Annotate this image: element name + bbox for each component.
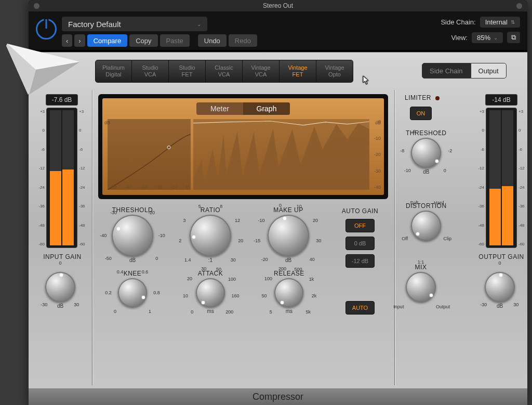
output-meter: -14 dB +30-6-12-24-36-48-60 +30-6-12-24-… bbox=[477, 94, 525, 248]
release-auto-button[interactable]: AUTO bbox=[345, 301, 375, 315]
pointer-overlay-icon bbox=[0, 38, 83, 98]
autogain-label: AUTO GAIN bbox=[339, 207, 381, 215]
limiter-threshold-knob[interactable]: THRESHOLD -10 -8 -6 -4 -2 0 dB bbox=[406, 129, 447, 175]
input-level-meter: +30-6-12-24-36-48-60 +30-6-12-24-36-48-6… bbox=[46, 108, 77, 248]
input-meter: -7.6 dB +30-6-12-24-36-48-60 +30-6-12-24… bbox=[38, 94, 86, 248]
input-gain-knob[interactable]: . -30030 dB bbox=[45, 264, 75, 309]
attack-knob[interactable]: ATTACK 0 10 20 30 50 100 160 200 ms bbox=[196, 270, 225, 314]
input-gain-label: INPUT GAIN bbox=[40, 253, 85, 260]
output-gain-knob[interactable]: . -30030 dB bbox=[485, 264, 515, 309]
chevron-down-icon: ⌄ bbox=[494, 35, 498, 41]
limiter-on-button[interactable]: ON bbox=[410, 107, 432, 120]
sidechain-value: Internal bbox=[485, 18, 508, 26]
sidechain-select[interactable]: Internal ⇅ bbox=[480, 17, 520, 28]
link-icon: ⧉ bbox=[511, 33, 516, 42]
mix-knob[interactable]: MIX Input 1:1 Output bbox=[406, 264, 436, 302]
tab-studio-vca[interactable]: StudioVCA bbox=[132, 60, 169, 83]
preset-select[interactable]: Factory Default ⌄ bbox=[62, 17, 207, 31]
window-title: Stereo Out bbox=[263, 2, 293, 9]
paste-button[interactable]: Paste bbox=[160, 34, 190, 47]
tab-vintage-opto[interactable]: VintageOpto bbox=[316, 60, 353, 83]
display-tab-graph[interactable]: Graph bbox=[243, 102, 290, 115]
limiter-label: LIMITER bbox=[405, 94, 440, 101]
mouse-cursor-icon bbox=[363, 75, 370, 85]
release-knob[interactable]: RELEASE 5 50 100 200 500 1k 2k 5k ms bbox=[274, 270, 304, 314]
view-label: View: bbox=[451, 34, 468, 42]
tab-sidechain[interactable]: Side Chain bbox=[422, 63, 471, 79]
output-gain-label: OUTPUT GAIN bbox=[476, 253, 526, 260]
transfer-curve: -50-40-30-20-100 bbox=[108, 119, 191, 190]
redo-button[interactable]: Redo bbox=[229, 34, 257, 47]
plugin-name-footer: Compressor bbox=[29, 388, 527, 405]
ratio-knob[interactable]: RATIO 1.4 2 3 5 8 12 20 30 :1 bbox=[190, 206, 231, 263]
dot-r bbox=[516, 3, 522, 9]
chevron-down-icon: ⌄ bbox=[197, 21, 201, 27]
divider bbox=[394, 90, 395, 385]
preset-label: Factory Default bbox=[68, 20, 121, 29]
display-tab-meter[interactable]: Meter bbox=[196, 102, 243, 115]
threshold-knob[interactable]: THRESHOLD -50 -40 -30 -20 -10 0 dB bbox=[112, 206, 153, 263]
autogain-off-button[interactable]: OFF bbox=[345, 219, 375, 232]
knee-knob[interactable]: KNEE 0 0.2 0.4 0.6 0.8 1 bbox=[118, 270, 147, 307]
power-button[interactable] bbox=[36, 19, 57, 40]
compare-button[interactable]: Compare bbox=[87, 34, 127, 47]
divider bbox=[92, 90, 92, 385]
tab-vintage-fet[interactable]: VintageFET bbox=[280, 60, 316, 83]
output-level-meter: +30-6-12-24-36-48-60 +30-6-12-24-36-48-6… bbox=[486, 108, 517, 248]
view-zoom-select[interactable]: 85% ⌄ bbox=[472, 32, 503, 43]
distortion-knob[interactable]: DISTORTION Off Soft Hard Clip bbox=[406, 202, 447, 241]
close-dot[interactable] bbox=[34, 3, 39, 9]
gain-reduction-history bbox=[193, 119, 369, 190]
plugin-panel: PlatinumDigital StudioVCA StudioFET Clas… bbox=[29, 52, 527, 405]
updown-icon: ⇅ bbox=[511, 19, 515, 25]
copy-button[interactable]: Copy bbox=[129, 34, 157, 47]
sidechain-label: Side Chain: bbox=[441, 18, 475, 26]
link-button[interactable]: ⧉ bbox=[507, 32, 520, 43]
tab-studio-fet[interactable]: StudioFET bbox=[169, 60, 206, 83]
plugin-window: Stereo Out Factory Default ⌄ ‹ › Compare… bbox=[29, 0, 527, 405]
panel-tab-switch: Side Chain Output bbox=[422, 63, 507, 79]
compressor-display: Meter Graph dB dB -50-40-30-20-100 bbox=[98, 94, 388, 199]
makeup-knob[interactable]: MAKE UP -20 -15 -10 0 10 20 30 40 dB bbox=[268, 206, 309, 263]
tab-platinum-digital[interactable]: PlatinumDigital bbox=[95, 60, 132, 83]
tab-output[interactable]: Output bbox=[471, 63, 507, 79]
tab-vintage-vca[interactable]: VintageVCA bbox=[243, 60, 280, 83]
autogain-12db-button[interactable]: -12 dB bbox=[345, 254, 375, 268]
model-tabs: PlatinumDigital StudioVCA StudioFET Clas… bbox=[95, 60, 353, 83]
view-value: 85% bbox=[477, 34, 490, 42]
undo-button[interactable]: Undo bbox=[198, 34, 227, 47]
limiter-led-icon bbox=[435, 96, 440, 100]
titlebar: Stereo Out bbox=[29, 0, 527, 11]
autogain-0db-button[interactable]: 0 dB bbox=[345, 237, 375, 250]
output-gain-readout[interactable]: -14 dB bbox=[485, 94, 517, 106]
toolbar: Factory Default ⌄ ‹ › Compare Copy Paste… bbox=[29, 11, 527, 50]
tab-classic-vca[interactable]: ClassicVCA bbox=[206, 60, 243, 83]
